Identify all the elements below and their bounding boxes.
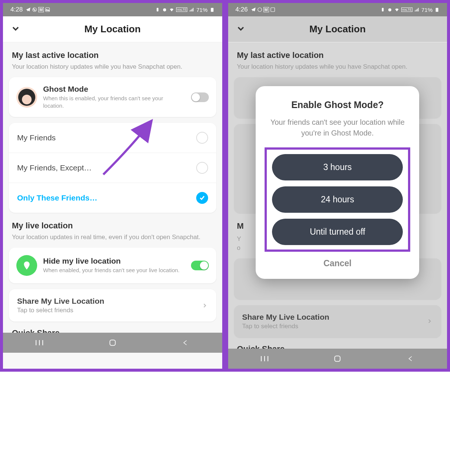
duration-3-hours-button[interactable]: 3 hours xyxy=(272,154,403,180)
share-live-subtitle: Tap to select friends xyxy=(17,307,104,314)
option-label: My Friends, Except… xyxy=(17,163,92,172)
option-only-these-friends[interactable]: Only These Friends… xyxy=(9,183,216,213)
radio-unchecked xyxy=(196,132,208,144)
page-title: My Location xyxy=(3,23,222,35)
vibrate-icon xyxy=(380,7,385,12)
section-last-active-desc: Your location history updates while you … xyxy=(234,62,441,71)
back-button[interactable] xyxy=(10,23,21,35)
page-title: My Location xyxy=(228,23,447,35)
status-time: 4:26 xyxy=(236,6,248,13)
share-live-location-card[interactable]: Share My Live Location Tap to select fri… xyxy=(234,305,441,338)
alarm-icon xyxy=(162,7,167,12)
option-my-friends-except[interactable]: My Friends, Except… xyxy=(9,153,216,183)
gmail-icon: M xyxy=(263,7,269,12)
status-time: 4:28 xyxy=(10,6,23,13)
whatsapp-icon xyxy=(32,7,37,12)
modal-button-group-highlight: 3 hours 24 hours Until turned off xyxy=(265,147,410,252)
phone-screen-right: 4:26 M VoLTE 71% My Location My last act… xyxy=(225,0,450,372)
share-live-subtitle: Tap to select friends xyxy=(242,323,330,330)
home-button[interactable] xyxy=(332,353,343,364)
modal-description: Your friends can't see your location whi… xyxy=(265,117,410,138)
ghost-mode-subtitle: When this is enabled, your friends can't… xyxy=(43,95,185,110)
hide-live-toggle[interactable] xyxy=(191,261,209,270)
chevron-right-icon xyxy=(426,318,433,325)
svg-rect-5 xyxy=(110,340,115,346)
section-last-active-label: My last active location xyxy=(9,50,216,60)
gmail-icon: M xyxy=(38,7,44,12)
modal-title: Enable Ghost Mode? xyxy=(265,100,410,110)
nav-bar xyxy=(228,349,447,369)
ghost-mode-toggle[interactable] xyxy=(191,92,209,102)
battery-icon xyxy=(434,7,440,12)
option-label: My Friends xyxy=(17,133,56,142)
hide-live-subtitle: When enabled, your friends can't see you… xyxy=(43,267,185,274)
svg-rect-10 xyxy=(436,8,438,12)
hide-live-location-card: Hide my live location When enabled, your… xyxy=(9,248,216,283)
chevron-down-icon xyxy=(236,23,246,34)
lte-icon: VoLTE xyxy=(176,7,187,12)
vibrate-icon xyxy=(155,7,160,12)
battery-percent: 71% xyxy=(196,7,207,13)
duration-24-hours-button[interactable]: 24 hours xyxy=(272,186,403,213)
whatsapp-icon xyxy=(257,7,262,12)
wifi-icon xyxy=(394,7,399,12)
status-bar: 4:26 M VoLTE 71% xyxy=(228,3,447,16)
svg-rect-8 xyxy=(382,8,383,11)
svg-point-0 xyxy=(33,8,37,12)
status-bar: 4:28 M VoLTE 71% xyxy=(3,3,222,16)
radio-unchecked xyxy=(196,162,208,174)
chevron-right-icon xyxy=(201,302,208,309)
signal-icon xyxy=(189,7,194,12)
quick-share-label: Quick Share xyxy=(237,344,438,349)
share-live-title: Share My Live Location xyxy=(242,313,330,322)
lte-icon: VoLTE xyxy=(401,7,412,12)
home-button[interactable] xyxy=(107,338,118,348)
svg-point-9 xyxy=(388,9,391,12)
svg-rect-2 xyxy=(157,8,159,11)
section-last-active-desc: Your location history updates while you … xyxy=(9,62,216,71)
battery-percent: 71% xyxy=(421,7,433,13)
section-live-location-desc: Your location updates in real time, even… xyxy=(9,233,216,242)
visibility-options: My Friends My Friends, Except… Only Thes… xyxy=(9,123,216,213)
telegram-icon xyxy=(251,7,256,12)
recents-button[interactable] xyxy=(259,353,270,364)
option-label: Only These Friends… xyxy=(17,193,97,202)
svg-rect-4 xyxy=(211,8,213,12)
cancel-button[interactable]: Cancel xyxy=(265,258,410,268)
svg-rect-7 xyxy=(271,8,275,12)
phone-screen-left: 4:28 M VoLTE 71% My Location My last act… xyxy=(0,0,225,372)
quick-share-label: Quick Share xyxy=(12,328,213,333)
section-live-location-label: My live location xyxy=(9,221,216,231)
share-live-title: Share My Live Location xyxy=(17,297,104,306)
share-live-location-card[interactable]: Share My Live Location Tap to select fri… xyxy=(9,289,216,322)
nav-bar xyxy=(3,333,222,353)
chevron-down-icon xyxy=(10,23,21,34)
page-header: My Location xyxy=(3,16,222,42)
check-icon xyxy=(199,195,205,201)
gallery-icon xyxy=(270,7,275,12)
hide-live-title: Hide my live location xyxy=(43,257,185,265)
duration-until-off-button[interactable]: Until turned off xyxy=(272,219,403,245)
recents-button[interactable] xyxy=(34,338,45,348)
back-button[interactable] xyxy=(236,23,246,35)
battery-icon xyxy=(210,7,215,12)
wifi-icon xyxy=(169,7,174,12)
location-icon xyxy=(16,255,37,276)
svg-rect-11 xyxy=(335,356,340,361)
telegram-icon xyxy=(26,7,31,12)
svg-point-6 xyxy=(258,8,262,12)
avatar xyxy=(16,87,37,108)
signal-icon xyxy=(414,7,420,12)
svg-point-3 xyxy=(163,9,166,12)
gallery-icon xyxy=(45,7,50,12)
ghost-mode-card: Ghost Mode When this is enabled, your fr… xyxy=(9,77,216,117)
ghost-mode-title: Ghost Mode xyxy=(43,85,185,94)
section-last-active-label: My last active location xyxy=(234,50,441,60)
page-header: My Location xyxy=(228,16,447,42)
back-nav-button[interactable] xyxy=(180,338,191,348)
ghost-mode-modal: Enable Ghost Mode? Your friends can't se… xyxy=(256,86,419,279)
radio-checked xyxy=(196,192,208,204)
option-my-friends[interactable]: My Friends xyxy=(9,123,216,153)
back-nav-button[interactable] xyxy=(405,353,416,364)
alarm-icon xyxy=(387,7,392,12)
